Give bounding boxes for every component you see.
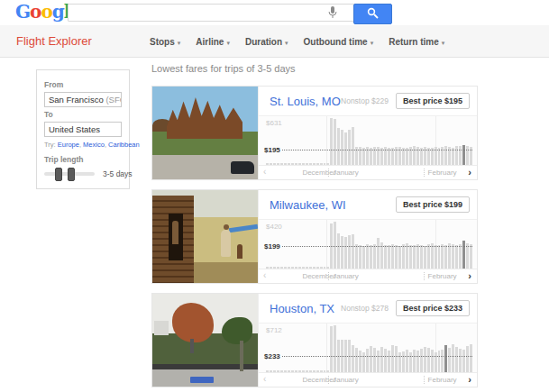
try-link-caribbean[interactable]: Caribbean xyxy=(108,141,140,149)
price-bar[interactable] xyxy=(391,345,394,372)
chevron-left-icon[interactable]: ‹ xyxy=(263,167,266,177)
price-bar[interactable] xyxy=(352,127,354,165)
best-price-button[interactable]: Best price $195 xyxy=(396,93,470,109)
price-bar[interactable] xyxy=(438,351,441,372)
price-bar[interactable] xyxy=(455,347,458,372)
price-bar[interactable] xyxy=(344,237,347,269)
menu-duration[interactable]: Duration▾ xyxy=(245,37,288,47)
destination-link[interactable]: Milwaukee, WI xyxy=(270,198,389,212)
slider-track[interactable] xyxy=(44,172,95,176)
price-bar[interactable] xyxy=(452,244,454,269)
price-bar[interactable] xyxy=(330,118,333,165)
price-bar[interactable] xyxy=(452,344,454,372)
price-bar[interactable] xyxy=(427,348,430,372)
price-bar[interactable] xyxy=(366,244,369,269)
price-bar[interactable] xyxy=(402,244,405,269)
price-bar[interactable] xyxy=(406,243,408,269)
to-field[interactable]: United States xyxy=(44,122,122,137)
price-bar[interactable] xyxy=(380,347,383,372)
menu-return-time[interactable]: Return time▾ xyxy=(389,37,444,47)
price-bar[interactable] xyxy=(370,245,372,269)
price-bar[interactable] xyxy=(462,350,465,372)
slider-handle-min[interactable] xyxy=(55,168,62,181)
price-bar[interactable] xyxy=(441,350,444,372)
price-bar[interactable] xyxy=(427,244,430,269)
price-bar[interactable] xyxy=(359,351,361,372)
price-bar[interactable] xyxy=(466,243,469,269)
microphone-icon[interactable] xyxy=(328,6,339,19)
price-bar[interactable] xyxy=(359,245,361,269)
price-bar[interactable] xyxy=(334,325,336,372)
price-bars[interactable] xyxy=(266,220,472,269)
price-bar[interactable] xyxy=(424,347,426,372)
price-bar[interactable] xyxy=(384,245,387,269)
price-bar[interactable] xyxy=(388,245,390,269)
price-bar[interactable] xyxy=(462,241,465,269)
price-bar[interactable] xyxy=(341,236,343,269)
price-bar[interactable] xyxy=(398,246,401,269)
price-bar[interactable] xyxy=(470,244,472,269)
price-bar[interactable] xyxy=(431,243,434,269)
price-bar[interactable] xyxy=(355,244,358,269)
price-bar[interactable] xyxy=(470,344,472,372)
price-bar[interactable] xyxy=(370,346,372,372)
price-bar[interactable] xyxy=(373,348,376,372)
price-bar[interactable] xyxy=(435,245,437,269)
try-link-europe[interactable]: Europe xyxy=(58,141,79,149)
price-bar[interactable] xyxy=(337,128,340,165)
price-bar[interactable] xyxy=(420,349,423,372)
chevron-right-icon[interactable]: › xyxy=(468,270,471,281)
price-bar[interactable] xyxy=(366,349,369,372)
search-input[interactable] xyxy=(68,4,365,22)
price-bar[interactable] xyxy=(416,244,419,269)
price-bar[interactable] xyxy=(377,351,380,372)
price-bar[interactable] xyxy=(391,244,394,269)
price-bar[interactable] xyxy=(424,246,426,269)
price-bar[interactable] xyxy=(431,350,434,372)
destination-link[interactable]: Houston, TX xyxy=(270,302,341,315)
price-bar[interactable] xyxy=(402,351,405,372)
price-bar[interactable] xyxy=(444,345,447,372)
price-bars[interactable] xyxy=(266,324,472,372)
chevron-right-icon[interactable]: › xyxy=(468,167,471,178)
price-bar[interactable] xyxy=(459,349,462,372)
destination-link[interactable]: St. Louis, MO xyxy=(270,95,341,108)
price-bar[interactable] xyxy=(462,145,465,165)
search-button[interactable] xyxy=(353,4,392,24)
price-bar[interactable] xyxy=(409,245,412,269)
price-bar[interactable] xyxy=(362,246,365,269)
price-bar[interactable] xyxy=(459,244,462,269)
price-bar[interactable] xyxy=(406,350,408,372)
price-bar[interactable] xyxy=(444,245,447,269)
price-bar[interactable] xyxy=(395,245,398,269)
price-bar[interactable] xyxy=(413,350,416,372)
price-bar[interactable] xyxy=(355,348,358,372)
price-bar[interactable] xyxy=(344,132,347,165)
price-bar[interactable] xyxy=(334,119,336,165)
best-price-button[interactable]: Best price $199 xyxy=(396,196,470,213)
chevron-left-icon[interactable]: ‹ xyxy=(263,270,266,280)
price-bar[interactable] xyxy=(352,234,354,269)
price-bar[interactable] xyxy=(448,243,451,269)
price-bar[interactable] xyxy=(413,245,416,269)
price-bar[interactable] xyxy=(377,238,380,269)
chevron-right-icon[interactable]: › xyxy=(468,374,471,385)
menu-airline[interactable]: Airline▾ xyxy=(196,37,230,47)
price-bar[interactable] xyxy=(466,346,469,372)
price-bar[interactable] xyxy=(334,222,336,269)
price-bar[interactable] xyxy=(330,326,333,372)
price-bar[interactable] xyxy=(448,348,451,372)
price-bar[interactable] xyxy=(395,346,398,372)
menu-stops[interactable]: Stops▾ xyxy=(150,37,180,47)
price-bar[interactable] xyxy=(388,351,390,372)
price-bar[interactable] xyxy=(455,245,458,269)
price-bar[interactable] xyxy=(352,345,354,372)
price-bar[interactable] xyxy=(441,244,444,269)
try-link-mexico[interactable]: Mexico xyxy=(83,141,105,149)
slider-handle-max[interactable] xyxy=(68,168,75,181)
price-bar[interactable] xyxy=(341,130,343,165)
price-bar[interactable] xyxy=(337,233,340,269)
best-price-button[interactable]: Best price $233 xyxy=(396,300,470,316)
price-bar[interactable] xyxy=(416,351,419,372)
chevron-left-icon[interactable]: ‹ xyxy=(263,374,266,384)
